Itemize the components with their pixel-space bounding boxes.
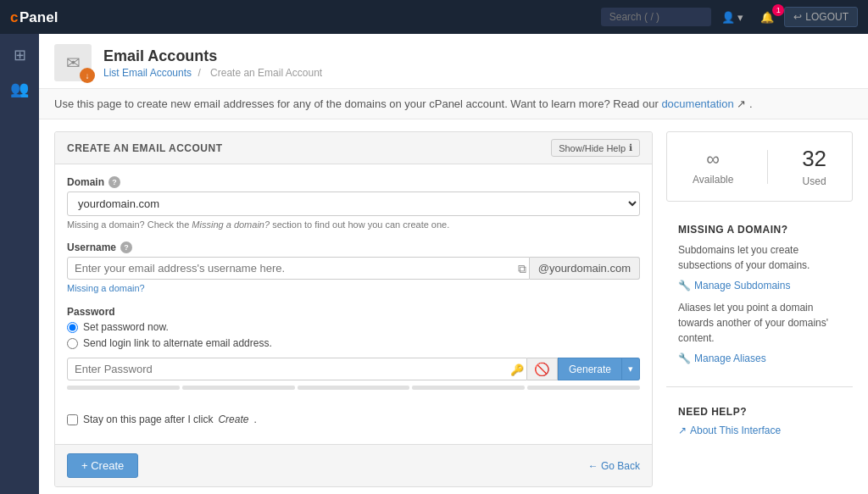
strength-bar-2	[182, 386, 295, 390]
password-visibility-button[interactable]: 🚫	[527, 358, 558, 380]
intro-external-icon: ↗	[737, 97, 746, 110]
used-stat: 32 Used	[802, 146, 826, 187]
manage-subdomains-link[interactable]: 🔧 Manage Subdomains	[678, 280, 841, 291]
username-help-icon[interactable]: ?	[120, 241, 132, 253]
svg-text:Panel: Panel	[19, 9, 58, 25]
username-label: Username ?	[67, 241, 640, 253]
wrench-icon-2: 🔧	[678, 352, 691, 364]
password-label-text: Password	[67, 306, 640, 318]
username-input-wrap: ⧉	[67, 257, 530, 280]
notifications-button[interactable]: 🔔 1	[754, 8, 781, 27]
username-label-text: Username	[67, 241, 116, 253]
password-group: Password Set password now. Send login li…	[67, 306, 640, 390]
username-row: ⧉ @yourdomain.com	[67, 257, 640, 280]
username-group: Username ? ⧉ @yourdomain.com Missing a	[67, 241, 640, 294]
svg-text:c: c	[10, 9, 18, 25]
domain-select[interactable]: yourdomain.com	[67, 191, 640, 216]
breadcrumb-list-link[interactable]: List Email Accounts	[103, 67, 192, 79]
domain-help-icon[interactable]: ?	[108, 176, 120, 188]
create-account-card: CREATE AN EMAIL ACCOUNT Show/Hide Help ℹ…	[54, 131, 653, 487]
strength-bar-5	[527, 386, 640, 390]
intro-text: Use this page to create new email addres…	[39, 89, 868, 119]
wrench-icon: 🔧	[678, 280, 691, 291]
user-menu-button[interactable]: 👤 ▾	[715, 8, 751, 27]
checkbox-label-text: Stay on this page after I click	[83, 414, 213, 425]
used-label: Used	[802, 175, 826, 187]
arrow-badge: ↓	[80, 68, 95, 83]
sidebar: ⊞ 👥	[0, 34, 39, 494]
password-key-button[interactable]: 🔑	[510, 363, 524, 375]
strength-bar-4	[412, 386, 525, 390]
nav-right: 👤 ▾ 🔔 1 ↩ LOGOUT	[601, 7, 858, 27]
sidebar-users-icon[interactable]: 👥	[4, 75, 35, 103]
domain-missing-em: Missing a domain?	[192, 219, 270, 230]
aliases-text: Aliases let you point a domain towards a…	[678, 300, 841, 346]
subdomains-text: Subdomains let you create subsections of…	[678, 242, 841, 273]
stay-on-page-checkbox-label: Stay on this page after I click Create .	[67, 414, 640, 425]
domain-label-text: Domain	[67, 176, 104, 188]
missing-domain-link[interactable]: Missing a domain?	[67, 283, 145, 293]
stat-divider	[767, 150, 768, 184]
domain-group: Domain ? yourdomain.com Missing a domain…	[67, 176, 640, 230]
radio-group: Set password now. Send login link to alt…	[67, 321, 640, 349]
password-input-wrap: 🔑	[67, 358, 527, 380]
nav-left: c Panel	[10, 8, 70, 26]
radio-set-now[interactable]	[67, 322, 78, 333]
domain-help-suffix: section to find out how you can create o…	[272, 219, 449, 230]
show-hide-button[interactable]: Show/Hide Help ℹ	[551, 139, 640, 157]
username-input[interactable]	[67, 257, 530, 280]
envelope-icon: ✉	[66, 53, 81, 73]
breadcrumb-current: Create an Email Account	[210, 67, 322, 79]
show-hide-label: Show/Hide Help	[559, 143, 626, 153]
logout-label: LOGOUT	[805, 11, 849, 23]
stay-on-page-checkbox[interactable]	[67, 414, 78, 425]
password-input[interactable]	[67, 358, 527, 380]
need-help-section: NEED HELP? ↗ About This Interface	[666, 396, 853, 450]
logout-icon: ↩	[793, 11, 802, 23]
manage-aliases-link[interactable]: 🔧 Manage Aliases	[678, 352, 841, 364]
top-nav: c Panel 👤 ▾ 🔔 1 ↩ LOGOUT	[0, 0, 868, 34]
stats-card: ∞ Available 32 Used	[666, 131, 853, 202]
radio-send-link-item: Send login link to alternate email addre…	[67, 337, 640, 349]
missing-domain-title: MISSING A DOMAIN?	[678, 224, 841, 236]
main-content: ✉ ↓ Email Accounts List Email Accounts /…	[39, 34, 868, 494]
strength-bar-3	[298, 386, 410, 390]
left-panel: CREATE AN EMAIL ACCOUNT Show/Hide Help ℹ…	[54, 131, 653, 487]
about-interface-link[interactable]: ↗ About This Interface	[678, 425, 841, 436]
notification-badge: 1	[772, 4, 784, 16]
logout-button[interactable]: ↩ LOGOUT	[784, 7, 858, 27]
available-label: Available	[693, 174, 733, 186]
page-header-text: Email Accounts List Email Accounts / Cre…	[103, 47, 326, 79]
generate-button[interactable]: Generate	[558, 358, 622, 380]
breadcrumb-separator: /	[198, 67, 200, 79]
create-button[interactable]: + Create	[67, 453, 138, 478]
page-icon-wrap: ✉ ↓	[54, 44, 92, 81]
search-input[interactable]	[601, 8, 711, 26]
breadcrumb: List Email Accounts / Create an Email Ac…	[103, 67, 326, 79]
copy-username-button[interactable]: ⧉	[518, 261, 526, 275]
available-stat: ∞ Available	[693, 148, 733, 186]
generate-dropdown-button[interactable]: ▾	[622, 358, 640, 380]
domain-help-text: Missing a domain? Check the Missing a do…	[67, 219, 640, 230]
password-row: 🔑 🚫 Generate ▾	[67, 358, 640, 380]
card-body: Domain ? yourdomain.com Missing a domain…	[55, 164, 652, 414]
go-back-link[interactable]: ← Go Back	[588, 460, 640, 472]
sidebar-grid-icon[interactable]: ⊞	[4, 41, 35, 69]
missing-domain-section: MISSING A DOMAIN? Subdomains let you cre…	[666, 214, 853, 378]
checkbox-section: Stay on this page after I click Create .	[55, 414, 652, 444]
strength-bar-1	[67, 386, 180, 390]
radio-send-link-label: Send login link to alternate email addre…	[83, 337, 272, 349]
radio-send-link[interactable]	[67, 338, 78, 349]
documentation-link[interactable]: documentation	[661, 97, 733, 110]
intro-suffix: .	[749, 97, 753, 110]
external-link-icon: ↗	[678, 425, 687, 436]
need-help-title: NEED HELP?	[678, 406, 841, 418]
intro-text-main: Use this page to create new email addres…	[54, 97, 659, 110]
card-header: CREATE AN EMAIL ACCOUNT Show/Hide Help ℹ	[55, 132, 652, 164]
cpanel-logo[interactable]: c Panel	[10, 8, 70, 26]
checkbox-dot: .	[253, 414, 256, 425]
manage-aliases-label: Manage Aliases	[694, 352, 766, 364]
domain-label: Domain ?	[67, 176, 640, 188]
domain-suffix: @yourdomain.com	[530, 257, 640, 280]
page-header: ✉ ↓ Email Accounts List Email Accounts /…	[39, 34, 868, 89]
